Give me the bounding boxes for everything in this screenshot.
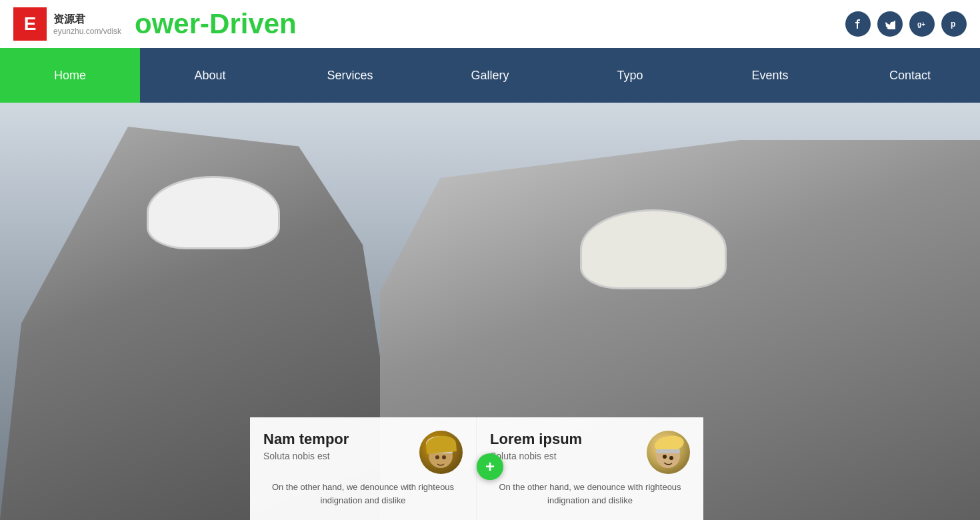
facebook-icon[interactable] [845, 11, 871, 37]
svg-point-6 [442, 455, 446, 459]
card-left: Nam tempor Soluta nobis est On the ot [250, 417, 477, 520]
googleplus-icon[interactable]: g+ [909, 11, 935, 37]
svg-text:p: p [951, 19, 955, 29]
site-title: ower-Driven [135, 8, 297, 40]
card-left-header: Nam tempor Soluta nobis est [263, 431, 463, 474]
card-right: Lorem ipsum Soluta nobis est On the o [477, 417, 703, 520]
card-right-subtitle: Soluta nobis est [490, 451, 582, 461]
svg-rect-4 [429, 449, 453, 453]
helmet-right [580, 209, 727, 289]
card-right-avatar [647, 431, 690, 474]
card-left-title-group: Nam tempor Soluta nobis est [263, 431, 349, 461]
svg-point-5 [435, 455, 439, 459]
logo-url: eyunzhu.com/vdisk [53, 27, 121, 36]
nav-typo[interactable]: Typo [560, 48, 700, 103]
pinterest-icon[interactable]: p [941, 11, 967, 37]
svg-point-10 [663, 455, 667, 459]
nav-home[interactable]: Home [0, 48, 140, 103]
header: E 资源君 eyunzhu.com/vdisk ower-Driven g+ p [0, 0, 980, 48]
svg-rect-9 [656, 449, 680, 453]
plus-button[interactable]: + [477, 453, 503, 480]
card-right-title: Lorem ipsum [490, 431, 582, 448]
card-left-body: On the other hand, we denounce with righ… [263, 481, 463, 507]
social-icons: g+ p [845, 11, 967, 37]
nav-services[interactable]: Services [280, 48, 420, 103]
card-left-subtitle: Soluta nobis est [263, 451, 349, 461]
logo-name: 资源君 [53, 13, 121, 27]
nav-contact[interactable]: Contact [840, 48, 980, 103]
cards-container: Nam tempor Soluta nobis est On the ot [250, 417, 730, 520]
svg-point-3 [426, 436, 455, 452]
main-nav: Home About Services Gallery Typo Events … [0, 48, 980, 103]
svg-point-2 [429, 444, 453, 468]
nav-gallery[interactable]: Gallery [420, 48, 560, 103]
card-right-title-group: Lorem ipsum Soluta nobis est [490, 431, 582, 461]
card-right-body: On the other hand, we denounce with righ… [490, 481, 690, 507]
logo-letter: E [24, 13, 37, 35]
svg-text:g+: g+ [917, 21, 925, 28]
twitter-icon[interactable] [877, 11, 903, 37]
card-left-title: Nam tempor [263, 431, 349, 448]
card-right-header: Lorem ipsum Soluta nobis est [490, 431, 690, 474]
nav-about[interactable]: About [140, 48, 280, 103]
helmet-left [147, 176, 280, 249]
logo-box: E [13, 7, 47, 41]
logo-text: 资源君 eyunzhu.com/vdisk [53, 13, 121, 36]
card-left-avatar [419, 431, 463, 474]
hero-section: Nam tempor Soluta nobis est On the ot [0, 103, 980, 520]
svg-point-11 [669, 456, 673, 460]
logo-area: E 资源君 eyunzhu.com/vdisk ower-Driven [13, 7, 297, 41]
nav-events[interactable]: Events [700, 48, 840, 103]
